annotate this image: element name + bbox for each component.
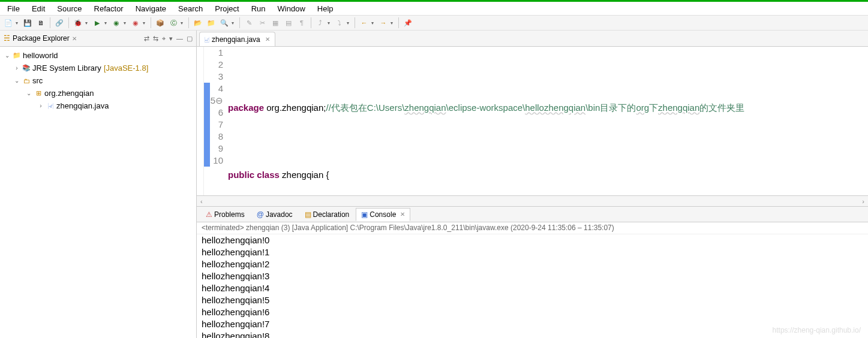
- tree-project[interactable]: ⌄ 📁 helloworld: [0, 49, 196, 62]
- code-content[interactable]: package org.zhengqian;//代表包在C:\Users\zhe…: [228, 47, 868, 195]
- tree-src[interactable]: ⌄ 🗀 src: [0, 74, 196, 87]
- new-class-icon[interactable]: Ⓒ: [167, 17, 179, 29]
- scroll-left-icon[interactable]: ‹: [200, 198, 203, 205]
- code-line: [228, 135, 868, 147]
- dropdown-icon[interactable]: ▾: [328, 20, 332, 26]
- editor-tab[interactable]: 🀐 zhengqian.java ✕: [199, 32, 275, 46]
- view-menu-icon[interactable]: ▾: [169, 35, 173, 43]
- dropdown-icon[interactable]: ▾: [143, 20, 148, 26]
- edit-icon[interactable]: ▤: [283, 17, 295, 29]
- save-icon[interactable]: 💾: [22, 17, 34, 29]
- dropdown-icon[interactable]: ▾: [232, 20, 236, 26]
- close-icon[interactable]: ✕: [400, 211, 405, 218]
- focus-icon[interactable]: ⌖: [162, 35, 166, 43]
- menu-window[interactable]: Window: [273, 3, 310, 14]
- nav-icon[interactable]: ⤵: [334, 17, 346, 29]
- dropdown-icon[interactable]: ▾: [16, 20, 20, 26]
- wand-icon[interactable]: ✎: [243, 17, 255, 29]
- dropdown-icon[interactable]: ▾: [104, 20, 109, 26]
- new-package-icon[interactable]: 📦: [154, 17, 166, 29]
- console-line: hellozhengqian!3: [202, 270, 863, 282]
- menu-source[interactable]: Source: [52, 3, 86, 14]
- run-last-icon[interactable]: ◉: [130, 17, 142, 29]
- dropdown-icon[interactable]: ▾: [124, 20, 128, 26]
- java-file-icon: 🀐: [46, 102, 55, 110]
- tab-problems[interactable]: ⚠Problems: [200, 208, 250, 221]
- new-icon[interactable]: 📄: [2, 17, 14, 29]
- console-line: hellozhengqian!4: [202, 282, 863, 294]
- dropdown-icon[interactable]: ▾: [391, 20, 395, 26]
- pin-icon[interactable]: 📌: [402, 17, 414, 29]
- coverage-icon[interactable]: ◉: [110, 17, 122, 29]
- nav-icon[interactable]: ⤴: [314, 17, 326, 29]
- link-icon[interactable]: 🔗: [53, 17, 65, 29]
- javadoc-icon: @: [257, 210, 264, 219]
- menu-search[interactable]: Search: [173, 3, 208, 14]
- save-all-icon[interactable]: 🗎: [35, 17, 47, 29]
- dropdown-icon[interactable]: ▾: [181, 20, 185, 26]
- close-icon[interactable]: ✕: [265, 36, 270, 43]
- expand-icon[interactable]: ⌄: [2, 52, 12, 59]
- task-icon[interactable]: ▦: [269, 17, 281, 29]
- console-output[interactable]: hellozhengqian!0 hellozhengqian!1 helloz…: [197, 234, 868, 338]
- code-line: package org.zhengqian;//代表包在C:\Users\zhe…: [228, 102, 868, 114]
- dropdown-icon[interactable]: ▾: [371, 20, 376, 26]
- package-icon: ⊞: [34, 89, 43, 97]
- expand-icon[interactable]: ›: [12, 65, 22, 71]
- project-label: helloworld: [23, 51, 58, 60]
- explorer-header: ☵ Package Explorer ✕ ⇄ ⇆ ⌖ ▾ — ▢: [0, 31, 196, 47]
- scroll-right-icon[interactable]: ›: [862, 198, 864, 205]
- link-editor-icon[interactable]: ⇆: [153, 35, 158, 43]
- menu-file[interactable]: File: [2, 3, 25, 14]
- tab-console[interactable]: ▣Console ✕: [356, 208, 410, 221]
- collapse-icon[interactable]: ⇄: [144, 35, 149, 43]
- menu-edit[interactable]: Edit: [27, 3, 50, 14]
- line-num: 6: [210, 107, 223, 119]
- close-icon[interactable]: ✕: [72, 35, 77, 42]
- overview-ruler: [197, 47, 204, 195]
- console-status: <terminated> zhengqian (3) [Java Applica…: [197, 222, 868, 234]
- project-icon: 📁: [12, 52, 22, 59]
- menu-project[interactable]: Project: [210, 3, 244, 14]
- code-editor[interactable]: 1 2 3 4 5⊖ 6 7 8 9 10 package org.zhengq…: [197, 47, 868, 195]
- line-num: 1: [210, 47, 223, 59]
- menu-run[interactable]: Run: [247, 3, 271, 14]
- line-num: 5⊖: [210, 95, 223, 107]
- dropdown-icon[interactable]: ▾: [347, 20, 352, 26]
- cut-icon[interactable]: ✂: [256, 17, 268, 29]
- run-icon[interactable]: ▶: [91, 17, 103, 29]
- console-line: hellozhengqian!1: [202, 246, 863, 258]
- menu-help[interactable]: Help: [313, 3, 338, 14]
- folder-icon[interactable]: 📁: [205, 17, 217, 29]
- expand-icon[interactable]: ⌄: [12, 77, 22, 84]
- jre-version: [JavaSE-1.8]: [104, 64, 148, 73]
- dropdown-icon[interactable]: ▾: [85, 20, 90, 26]
- tab-declaration[interactable]: ▤Declaration: [299, 208, 355, 221]
- search-icon[interactable]: 🔍: [218, 17, 230, 29]
- back-icon[interactable]: ←: [358, 17, 370, 29]
- separator: [151, 17, 151, 28]
- expand-icon[interactable]: ›: [36, 102, 46, 109]
- tree-jre[interactable]: › 📚 JRE System Library [JavaSE-1.8]: [0, 62, 196, 74]
- menu-navigate[interactable]: Navigate: [131, 3, 171, 14]
- menu-refactor[interactable]: Refactor: [89, 3, 128, 14]
- editor-hscroll[interactable]: ‹ ›: [197, 195, 868, 206]
- debug-icon[interactable]: 🐞: [72, 17, 84, 29]
- package-explorer-view: ☵ Package Explorer ✕ ⇄ ⇆ ⌖ ▾ — ▢ ⌄ 📁 hel…: [0, 31, 197, 338]
- separator: [355, 17, 355, 28]
- line-num: 3: [210, 71, 223, 83]
- separator: [68, 17, 69, 28]
- expand-icon[interactable]: ⌄: [24, 90, 34, 96]
- maximize-icon[interactable]: ▢: [187, 35, 193, 43]
- bottom-tab-bar: ⚠Problems @Javadoc ▤Declaration ▣Console…: [197, 206, 868, 222]
- open-type-icon[interactable]: 📂: [192, 17, 204, 29]
- minimize-icon[interactable]: —: [176, 35, 183, 43]
- separator: [398, 17, 399, 28]
- tab-javadoc[interactable]: @Javadoc: [251, 208, 298, 221]
- forward-icon[interactable]: →: [377, 17, 389, 29]
- tree-file[interactable]: › 🀐 zhengqian.java: [0, 99, 196, 112]
- code-line: public class zhengqian {: [228, 169, 868, 181]
- line-num: 8: [210, 131, 223, 143]
- paragraph-icon[interactable]: ¶: [296, 17, 308, 29]
- tree-package[interactable]: ⌄ ⊞ org.zhengqian: [0, 87, 196, 99]
